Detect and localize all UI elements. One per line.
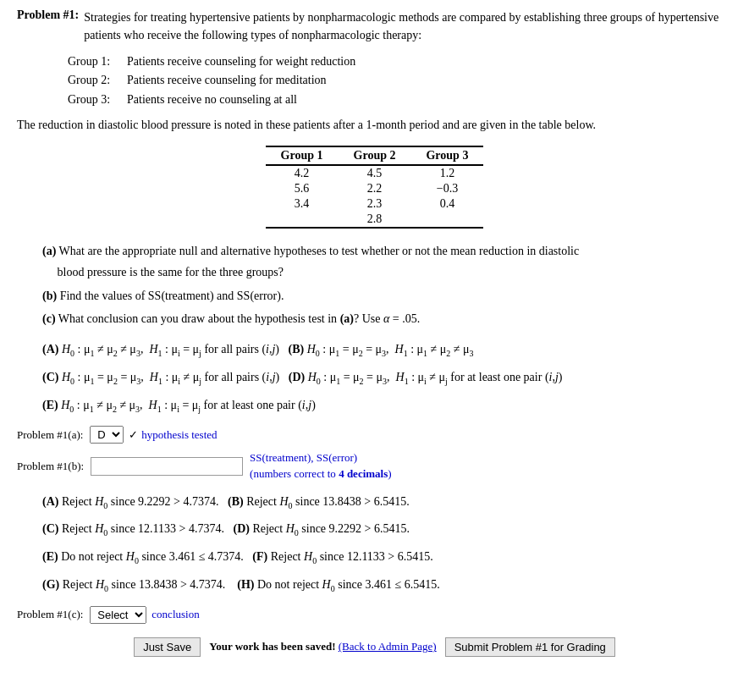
sol-row-EF: (E) Do not reject H0 since 3.461 ≤ 4.737… bbox=[42, 545, 707, 570]
sol-row-AB: (A) Reject H0 since 9.2292 > 4.7374. (B)… bbox=[42, 490, 707, 515]
part-a-hint: hypothesis tested bbox=[141, 428, 217, 442]
cell-r2-c3: −0.3 bbox=[410, 181, 483, 196]
table-row: 2.8 bbox=[266, 212, 484, 228]
choice-AB-text: (A) H0 : μ1 ≠ μ2 ≠ μ3, H1 : μi = μj for … bbox=[42, 343, 473, 356]
table-row: 5.6 2.2 −0.3 bbox=[266, 181, 484, 196]
cell-r1-c2: 4.5 bbox=[339, 165, 411, 181]
problem-container: Problem #1: Strategies for treating hype… bbox=[17, 8, 732, 657]
answer-row-c: Problem #1(c): Select A B C D E F G H co… bbox=[17, 606, 732, 624]
data-table-wrapper: Group 1 Group 2 Group 3 4.2 4.5 1.2 5.6 … bbox=[17, 146, 732, 229]
sol-EF-text: (E) Do not reject H0 since 3.461 ≤ 4.737… bbox=[42, 550, 433, 563]
part-b-label: Problem #1(b): bbox=[17, 460, 84, 473]
groups-list: Group 1: Patients receive counseling for… bbox=[68, 52, 732, 109]
cell-r3-c1: 3.4 bbox=[266, 196, 339, 212]
part-b-hint: SS(treatment), SS(error) (numbers correc… bbox=[250, 450, 392, 481]
part-a-select[interactable]: A B C D E bbox=[90, 426, 124, 444]
cell-r4-c2: 2.8 bbox=[339, 212, 411, 228]
group-2-label: Group 2: bbox=[68, 71, 127, 90]
data-table: Group 1 Group 2 Group 3 4.2 4.5 1.2 5.6 … bbox=[266, 146, 484, 229]
choice-row-CD: (C) H0 : μ1 = μ2 = μ3, H1 : μi ≠ μj for … bbox=[42, 366, 732, 390]
group-1-line: Group 1: Patients receive counseling for… bbox=[68, 52, 732, 71]
col-header-group3: Group 3 bbox=[410, 146, 483, 165]
group-3-label: Group 3: bbox=[68, 91, 127, 109]
group-2-text: Patients receive counseling for meditati… bbox=[127, 71, 327, 90]
cell-r1-c3: 1.2 bbox=[410, 165, 483, 181]
choice-E-text: (E) H0 : μ1 ≠ μ2 ≠ μ3, H1 : μi = μj for … bbox=[42, 399, 316, 411]
saved-text: Your work has been saved! bbox=[209, 640, 335, 653]
part-c-hint: conclusion bbox=[151, 608, 199, 621]
cell-r3-c2: 2.3 bbox=[339, 196, 411, 212]
input-row-b: Problem #1(b): SS(treatment), SS(error) … bbox=[17, 450, 732, 481]
question-c-label: (c) bbox=[42, 312, 56, 325]
choice-row-E: (E) H0 : μ1 ≠ μ2 ≠ μ3, H1 : μi = μj for … bbox=[42, 394, 732, 418]
part-b-hint-line1: SS(treatment), SS(error) bbox=[250, 451, 357, 464]
admin-page-link[interactable]: (Back to Admin Page) bbox=[339, 640, 437, 653]
footer-row: Just Save Your work has been saved! (Bac… bbox=[17, 637, 732, 657]
problem-title: Problem #1: bbox=[17, 8, 79, 22]
cell-r3-c3: 0.4 bbox=[410, 196, 483, 212]
solutions-section-b: (A) Reject H0 since 9.2292 > 4.7374. (B)… bbox=[42, 490, 707, 598]
part-b-input[interactable] bbox=[91, 457, 243, 476]
submit-button[interactable]: Submit Problem #1 for Grading bbox=[445, 637, 615, 657]
problem-description: Strategies for treating hypertensive pat… bbox=[84, 8, 732, 44]
question-b: (b) Find the values of SS(treatment) and… bbox=[42, 285, 732, 306]
cell-r4-c1 bbox=[266, 212, 339, 228]
group-3-text: Patients receive no counseling at all bbox=[127, 91, 297, 109]
choice-row-AB: (A) H0 : μ1 ≠ μ2 ≠ μ3, H1 : μi = μj for … bbox=[42, 338, 732, 362]
question-c: (c) What conclusion can you draw about t… bbox=[42, 308, 732, 329]
part-c-select[interactable]: Select A B C D E F G H bbox=[90, 606, 146, 624]
table-row: 4.2 4.5 1.2 bbox=[266, 165, 484, 181]
sol-CD-text: (C) Reject H0 since 12.1133 > 4.7374. (D… bbox=[42, 522, 410, 535]
part-c-label: Problem #1(c): bbox=[17, 608, 83, 621]
questions-section: (a) What are the appropriate null and al… bbox=[42, 240, 732, 329]
part-a-label: Problem #1(a): bbox=[17, 428, 83, 442]
followup-text: The reduction in diastolic blood pressur… bbox=[17, 116, 732, 134]
sol-GH-text: (G) Reject H0 since 13.8438 > 4.7374. (H… bbox=[42, 578, 440, 591]
sol-AB-text: (A) Reject H0 since 9.2292 > 4.7374. (B)… bbox=[42, 495, 410, 508]
question-a-label: (a) bbox=[42, 245, 56, 257]
table-row: 3.4 2.3 0.4 bbox=[266, 196, 484, 212]
cell-r1-c1: 4.2 bbox=[266, 165, 339, 181]
just-save-button[interactable]: Just Save bbox=[134, 637, 201, 657]
group-2-line: Group 2: Patients receive counseling for… bbox=[68, 71, 732, 90]
part-b-hint-line2: (numbers correct to 4 decimals) bbox=[250, 467, 392, 480]
group-1-text: Patients receive counseling for weight r… bbox=[127, 52, 355, 71]
group-1-label: Group 1: bbox=[68, 52, 127, 71]
question-b-text: Find the values of SS(treatment) and SS(… bbox=[60, 289, 284, 302]
question-b-label: (b) bbox=[42, 289, 57, 302]
question-a-text: What are the appropriate null and altern… bbox=[42, 245, 579, 278]
saved-message: Your work has been saved! (Back to Admin… bbox=[209, 640, 436, 653]
question-a: (a) What are the appropriate null and al… bbox=[42, 240, 732, 283]
col-header-group2: Group 2 bbox=[339, 146, 411, 165]
cell-r4-c3 bbox=[410, 212, 483, 228]
answer-row-a: Problem #1(a): A B C D E ✓ hypothesis te… bbox=[17, 426, 732, 444]
group-3-line: Group 3: Patients receive no counseling … bbox=[68, 91, 732, 109]
cell-r2-c1: 5.6 bbox=[266, 181, 339, 196]
col-header-group1: Group 1 bbox=[266, 146, 339, 165]
part-a-checkmark: ✓ bbox=[129, 428, 138, 442]
sol-row-GH: (G) Reject H0 since 13.8438 > 4.7374. (H… bbox=[42, 573, 707, 598]
choice-CD-text: (C) H0 : μ1 = μ2 = μ3, H1 : μi ≠ μj for … bbox=[42, 371, 563, 383]
choices-section-a: (A) H0 : μ1 ≠ μ2 ≠ μ3, H1 : μi = μj for … bbox=[42, 338, 732, 417]
problem-header: Problem #1: Strategies for treating hype… bbox=[17, 8, 732, 44]
sol-row-CD: (C) Reject H0 since 12.1133 > 4.7374. (D… bbox=[42, 517, 707, 542]
cell-r2-c2: 2.2 bbox=[339, 181, 411, 196]
question-c-text: What conclusion can you draw about the h… bbox=[58, 312, 420, 325]
